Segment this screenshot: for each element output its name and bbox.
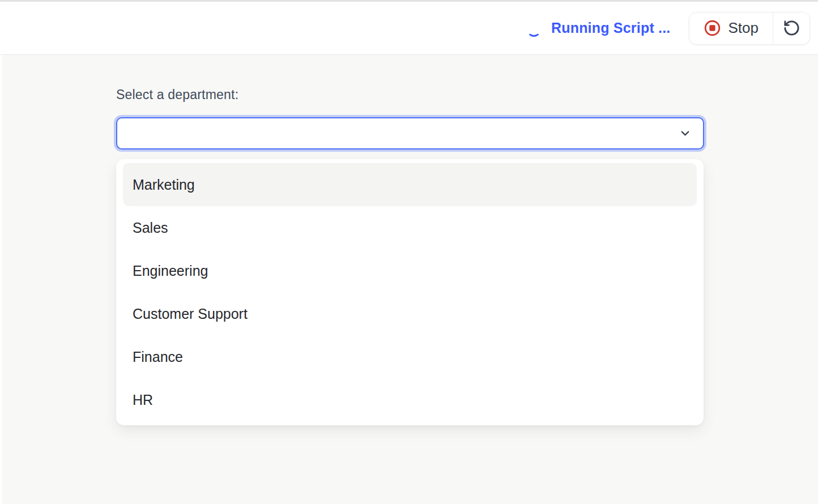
option-hr[interactable]: HR: [123, 378, 697, 421]
department-select[interactable]: [116, 117, 704, 150]
option-engineering[interactable]: Engineering: [123, 249, 697, 292]
option-customer-support[interactable]: Customer Support: [123, 292, 697, 335]
option-sales[interactable]: Sales: [123, 206, 697, 249]
content-area: Select a department: Marketing Sales Eng…: [2, 55, 818, 504]
chevron-down-icon: [679, 127, 692, 140]
script-controls: Stop: [689, 12, 811, 45]
option-marketing[interactable]: Marketing: [123, 163, 697, 206]
select-department-label: Select a department:: [116, 87, 238, 102]
status-text: Running Script ...: [551, 20, 671, 36]
spinner-icon: [527, 23, 541, 37]
reset-button[interactable]: [773, 12, 810, 44]
script-status: Running Script ...: [527, 19, 671, 37]
rotate-ccw-icon: [783, 19, 800, 37]
department-dropdown-menu: Marketing Sales Engineering Customer Sup…: [116, 159, 704, 425]
stop-icon: [704, 19, 721, 37]
option-finance[interactable]: Finance: [123, 335, 697, 378]
stop-button[interactable]: Stop: [689, 12, 773, 44]
stop-button-label: Stop: [728, 19, 759, 37]
top-bar: Running Script ... Stop: [0, 0, 818, 55]
